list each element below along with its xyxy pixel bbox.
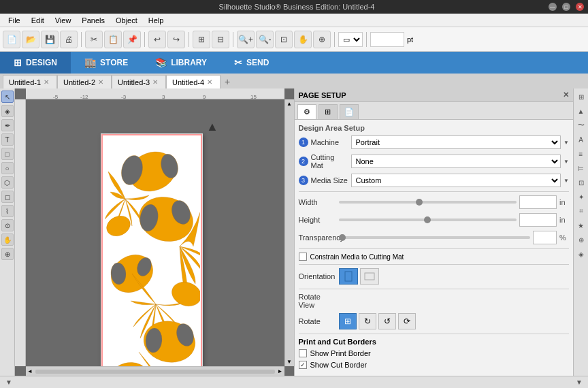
scroll-right-button[interactable]: ► bbox=[276, 367, 284, 376]
zoom-in-button[interactable]: 🔍+ bbox=[237, 31, 255, 48]
eraser-tool-button[interactable]: ◻ bbox=[1, 191, 14, 203]
constrain-checkbox[interactable] bbox=[299, 253, 307, 261]
redo-button[interactable]: ↪ bbox=[167, 31, 185, 48]
minimize-button[interactable]: — bbox=[549, 3, 557, 11]
position-x-input[interactable]: 0.00 bbox=[370, 32, 404, 47]
right-extra3-button[interactable]: ◈ bbox=[575, 248, 587, 260]
doc-tab-4[interactable]: Untitled-4 ✕ bbox=[166, 75, 220, 88]
right-align-button[interactable]: ⊨ bbox=[575, 162, 587, 174]
machine-dropdown[interactable]: Portrait Cameo bbox=[351, 135, 561, 149]
maximize-button[interactable]: □ bbox=[562, 3, 570, 11]
rotate-0-button[interactable]: ⊞ bbox=[339, 313, 357, 329]
canvas-content[interactable]: ▲ bbox=[26, 99, 284, 366]
doc-tab-1-close[interactable]: ✕ bbox=[44, 78, 49, 86]
nav-tab-design[interactable]: ⊞ DESIGN bbox=[0, 52, 71, 74]
zoom-tool-button[interactable]: ⊕ bbox=[1, 248, 14, 260]
nav-tab-store[interactable]: 🏬 STORE bbox=[71, 52, 142, 74]
doc-tab-3[interactable]: Untitled-3 ✕ bbox=[112, 75, 166, 88]
draw-tool-button[interactable]: ✒ bbox=[1, 119, 14, 131]
scroll-up-button[interactable]: ▲ bbox=[285, 99, 293, 108]
doc-tab-3-close[interactable]: ✕ bbox=[152, 78, 158, 86]
copy-button[interactable]: 📋 bbox=[104, 31, 122, 48]
undo-button[interactable]: ↩ bbox=[148, 31, 166, 48]
cutting-mat-dropdown[interactable]: None 12x12 bbox=[351, 155, 561, 168]
group-button[interactable]: ⊞ bbox=[193, 31, 210, 48]
right-line-button[interactable]: 〜 bbox=[575, 119, 587, 131]
menu-item-panels[interactable]: Panels bbox=[76, 15, 110, 26]
knife-tool-button[interactable]: ⌇ bbox=[1, 205, 14, 217]
nav-tab-library[interactable]: 📚 LIBRARY bbox=[142, 52, 220, 74]
ellipse-tool-button[interactable]: ○ bbox=[1, 162, 14, 174]
menu-item-view[interactable]: View bbox=[50, 15, 77, 26]
right-extra1-button[interactable]: ★ bbox=[575, 219, 587, 231]
rect-tool-button[interactable]: □ bbox=[1, 148, 14, 160]
scrollbar-thumb-h[interactable] bbox=[35, 370, 275, 374]
doc-tab-add-button[interactable]: + bbox=[220, 75, 234, 88]
paste-button[interactable]: 📌 bbox=[123, 31, 141, 48]
ps-tab-grid[interactable]: ⊞ bbox=[318, 104, 338, 119]
fit-button[interactable]: ⊡ bbox=[275, 31, 293, 48]
page-setup-close-icon[interactable]: ✕ bbox=[563, 91, 569, 99]
ps-tab-pages[interactable]: 📄 bbox=[340, 104, 359, 119]
print-button[interactable]: 🖨 bbox=[60, 31, 78, 48]
right-replicate-button[interactable]: ⊡ bbox=[575, 176, 587, 189]
transparency-slider[interactable] bbox=[339, 236, 531, 239]
open-button[interactable]: 📂 bbox=[22, 31, 39, 48]
right-extra2-button[interactable]: ⊛ bbox=[575, 233, 587, 246]
window-controls[interactable]: — □ ✕ bbox=[549, 3, 584, 11]
landscape-button[interactable] bbox=[360, 268, 379, 285]
scroll-down-button[interactable]: ▼ bbox=[285, 357, 293, 366]
vertical-scrollbar[interactable]: ▲ ▼ bbox=[284, 99, 294, 366]
width-slider[interactable] bbox=[339, 201, 517, 204]
rotate-180-button[interactable]: ↺ bbox=[378, 313, 396, 329]
canvas-area[interactable]: -5 -12 -3 3 9 15 21 27 bbox=[15, 88, 294, 376]
zoom-out-button[interactable]: 🔍- bbox=[256, 31, 274, 48]
right-weld-button[interactable]: ✦ bbox=[575, 191, 587, 203]
right-text-button[interactable]: A bbox=[575, 133, 587, 146]
cut-button[interactable]: ✂ bbox=[85, 31, 103, 48]
show-cut-border-checkbox[interactable] bbox=[299, 361, 307, 369]
text-tool-button[interactable]: T bbox=[1, 133, 14, 146]
horizontal-scrollbar[interactable]: ◄ ► bbox=[26, 366, 284, 376]
hand-button[interactable]: ✋ bbox=[294, 31, 312, 48]
height-input[interactable]: 24.000 bbox=[519, 213, 557, 227]
close-button[interactable]: ✕ bbox=[576, 3, 584, 11]
right-knife-button[interactable]: ⌗ bbox=[575, 205, 587, 217]
bottom-left-arrow[interactable]: ▼ bbox=[5, 378, 12, 386]
select-tool-button[interactable]: ↖ bbox=[1, 91, 14, 103]
transparency-input[interactable]: 0.0 bbox=[533, 231, 557, 244]
show-print-border-checkbox[interactable] bbox=[299, 349, 307, 357]
shape-select[interactable]: ▭ bbox=[338, 32, 363, 47]
menu-item-object[interactable]: Object bbox=[110, 15, 143, 26]
height-slider[interactable] bbox=[339, 219, 517, 221]
right-layers-button[interactable]: ≡ bbox=[575, 148, 587, 160]
vertical-ruler bbox=[15, 99, 26, 366]
pan-button[interactable]: ⊕ bbox=[313, 31, 331, 48]
bottom-right-arrow[interactable]: ▼ bbox=[576, 378, 583, 386]
doc-tab-1[interactable]: Untitled-1 ✕ bbox=[3, 75, 57, 88]
rotate-270-button[interactable]: ⟳ bbox=[398, 313, 416, 329]
node-tool-button[interactable]: ◈ bbox=[1, 105, 14, 117]
doc-tab-2[interactable]: Untitled-2 ✕ bbox=[57, 75, 112, 88]
rotate-90-button[interactable]: ↻ bbox=[359, 313, 376, 329]
media-size-dropdown[interactable]: Custom Letter A4 bbox=[351, 174, 561, 187]
scroll-left-button[interactable]: ◄ bbox=[26, 367, 34, 376]
right-transform-button[interactable]: ⊞ bbox=[575, 91, 587, 103]
menu-item-help[interactable]: Help bbox=[143, 15, 169, 26]
right-fill-button[interactable]: ▲ bbox=[575, 105, 587, 117]
ps-tab-settings[interactable]: ⚙ bbox=[297, 104, 316, 119]
eyedrop-tool-button[interactable]: ⊙ bbox=[1, 219, 14, 231]
new-button[interactable]: 📄 bbox=[3, 31, 20, 48]
save-button[interactable]: 💾 bbox=[41, 31, 59, 48]
width-input[interactable]: 9.000 bbox=[519, 195, 557, 209]
hand-tool-button[interactable]: ✋ bbox=[1, 233, 14, 246]
horizontal-ruler: -5 -12 -3 3 9 15 21 27 bbox=[26, 88, 284, 99]
portrait-button[interactable] bbox=[339, 268, 358, 285]
doc-tab-4-close[interactable]: ✕ bbox=[207, 78, 212, 86]
doc-tab-2-close[interactable]: ✕ bbox=[98, 78, 103, 86]
nav-tab-send[interactable]: ✂ SEND bbox=[220, 52, 282, 74]
ungroup-button[interactable]: ⊟ bbox=[212, 31, 229, 48]
menu-item-edit[interactable]: Edit bbox=[26, 15, 50, 26]
poly-tool-button[interactable]: ⬡ bbox=[1, 176, 14, 189]
menu-item-file[interactable]: File bbox=[3, 15, 26, 26]
